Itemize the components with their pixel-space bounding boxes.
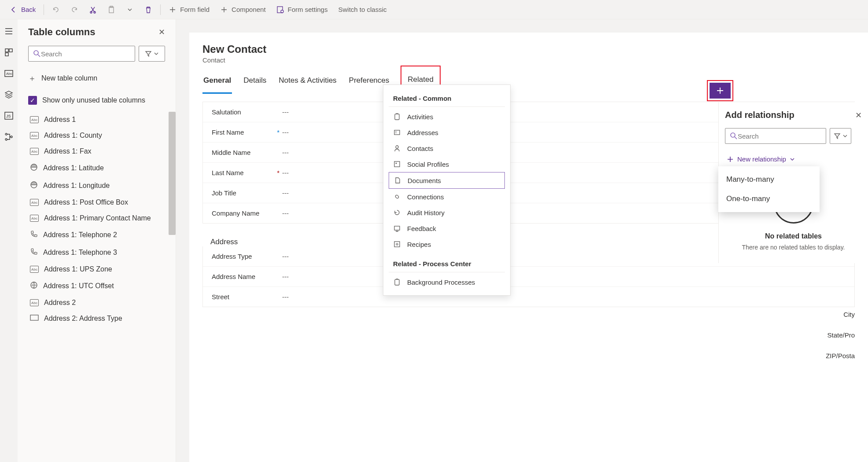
svg-point-5 [281,10,283,13]
dropdown-button[interactable] [121,3,138,16]
plus-icon [220,6,228,14]
svg-rect-2 [109,7,114,13]
undo-button[interactable] [48,3,64,16]
undo-icon [52,6,60,14]
form-settings-label: Form settings [288,6,328,13]
switch-classic-button[interactable]: Switch to classic [334,3,391,16]
cut-icon [89,6,97,14]
form-settings-button[interactable]: Form settings [272,3,332,16]
redo-icon [70,6,78,14]
top-toolbar: Back Form field Component Form settings … [0,0,868,19]
component-button[interactable]: Component [216,3,270,16]
chevron-down-icon [126,6,134,14]
cut-button[interactable] [85,3,101,16]
switch-classic-label: Switch to classic [338,6,386,13]
divider [160,4,161,15]
paste-icon [107,6,115,14]
paste-button[interactable] [103,3,120,16]
plus-icon [169,6,177,14]
delete-button[interactable] [140,3,157,16]
form-field-label: Form field [180,6,210,13]
redo-button[interactable] [66,3,83,16]
form-field-button[interactable]: Form field [164,3,214,16]
divider [44,4,44,15]
back-label: Back [21,6,36,13]
arrow-left-icon [10,6,18,14]
delete-icon [144,6,152,14]
back-button[interactable]: Back [5,3,40,16]
form-settings-icon [276,6,284,14]
component-label: Component [232,6,266,13]
